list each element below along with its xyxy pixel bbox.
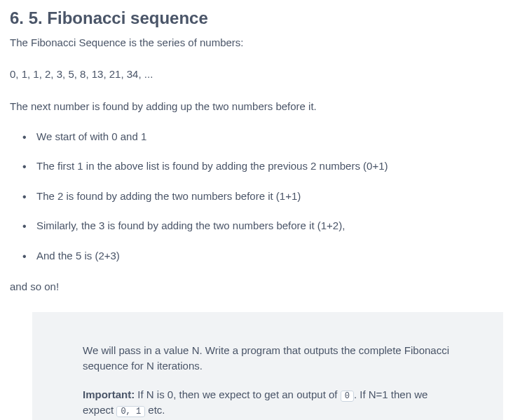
sequence-list: 0, 1, 1, 2, 3, 5, 8, 13, 21, 34, ...: [10, 67, 510, 83]
section-heading: 6. 5. Fibonacci sequence: [10, 6, 510, 31]
explanation-text: The next number is found by adding up th…: [10, 99, 510, 115]
callout-important: Important: If N is 0, then we expect to …: [83, 387, 453, 419]
callout-box: We will pass in a value N. Write a progr…: [32, 312, 503, 421]
important-part1: If N is 0, then we expect to get an outp…: [135, 388, 341, 400]
intro-text: The Fibonacci Sequence is the series of …: [10, 35, 510, 51]
code-inline: 0, 1: [116, 406, 145, 417]
important-part3: etc.: [145, 404, 165, 416]
important-label: Important:: [83, 388, 135, 400]
code-inline: 0: [341, 391, 354, 402]
list-item: The 2 is found by adding the two numbers…: [27, 189, 510, 205]
list-item: We start of with 0 and 1: [27, 129, 510, 145]
callout-instruction: We will pass in a value N. Write a progr…: [83, 343, 453, 374]
and-so-on-text: and so on!: [10, 279, 510, 295]
list-item: The first 1 in the above list is found b…: [27, 158, 510, 175]
bullet-list: We start of with 0 and 1 The first 1 in …: [10, 129, 510, 264]
list-item: And the 5 is (2+3): [27, 248, 510, 264]
list-item: Similarly, the 3 is found by adding the …: [27, 218, 510, 234]
